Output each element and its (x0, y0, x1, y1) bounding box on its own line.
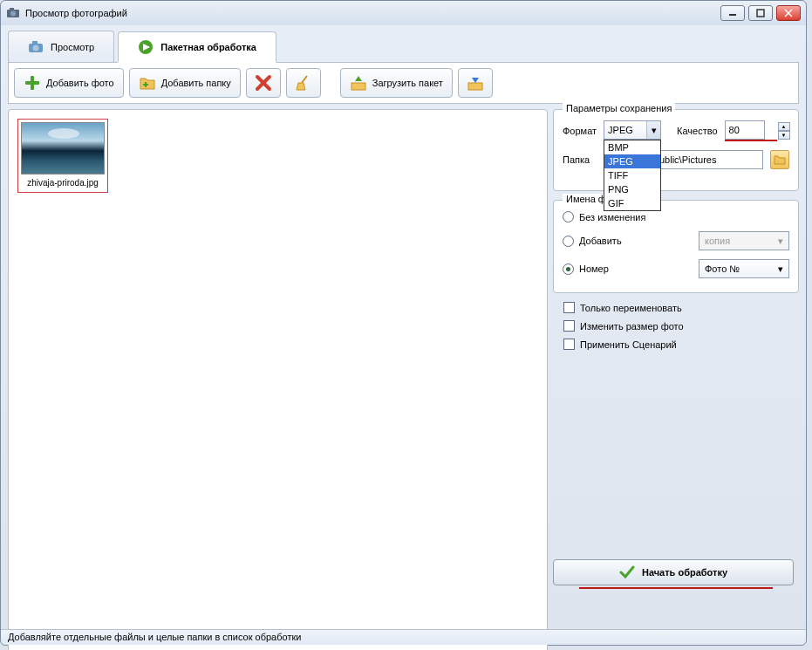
app-icon (6, 6, 20, 20)
format-opt-gif[interactable]: GIF (604, 196, 660, 210)
checkbox-rename-only[interactable] (563, 302, 575, 313)
format-value: JPEG (604, 125, 646, 135)
add-photo-button[interactable]: Добавить фото (14, 68, 124, 98)
template-select[interactable]: Фото № ▾ (699, 259, 789, 278)
svg-line-18 (302, 76, 307, 83)
svg-rect-2 (10, 8, 14, 10)
close-button[interactable] (776, 5, 801, 21)
filenames-group: Имена файлов Без изменения Добавить копи… (553, 200, 799, 293)
folder-plus-icon (139, 74, 156, 92)
svg-rect-9 (32, 41, 38, 44)
start-label: Начать обработку (642, 567, 727, 578)
format-opt-bmp[interactable]: BMP (604, 140, 660, 154)
red-underline (579, 587, 773, 589)
tab-bar: Просмотр Пакетная обработка (1, 25, 806, 62)
titlebar: Просмотр фотографий (1, 1, 806, 25)
svg-point-8 (33, 44, 39, 51)
thumbnail-image (21, 122, 105, 174)
plus-green-icon (24, 74, 41, 92)
add-label: Добавить (579, 236, 622, 246)
thumbnail-item[interactable]: zhivaja-priroda.jpg (17, 119, 108, 193)
window-title: Просмотр фотографий (25, 8, 720, 18)
maximize-button[interactable] (748, 5, 773, 21)
download-icon (467, 74, 484, 92)
rename-only-label: Только переименовать (580, 303, 682, 313)
format-opt-png[interactable]: PNG (604, 182, 660, 196)
delete-x-icon (255, 74, 272, 92)
spin-up-button[interactable]: ▲ (778, 122, 790, 131)
chevron-down-icon: ▾ (773, 260, 788, 277)
template-value: Фото № (705, 263, 740, 274)
svg-rect-4 (757, 10, 764, 17)
tab-batch-label: Пакетная обработка (160, 42, 256, 52)
svg-rect-21 (468, 83, 482, 90)
clear-button[interactable] (286, 68, 321, 98)
svg-marker-20 (355, 76, 362, 81)
file-list-pane[interactable]: zhivaja-priroda.jpg (8, 109, 548, 650)
svg-point-1 (10, 11, 16, 17)
radio-add[interactable] (563, 236, 574, 247)
folder-input[interactable]: ublic\Pictures (655, 150, 763, 169)
quality-input[interactable] (725, 120, 765, 140)
no-change-label: Без изменения (579, 212, 645, 222)
upload-icon (350, 74, 367, 92)
svg-rect-15 (143, 84, 148, 86)
quality-spinner[interactable]: ▲ ▼ (725, 120, 790, 141)
resize-label: Изменить размер фото (580, 321, 684, 332)
tab-view[interactable]: Просмотр (8, 31, 114, 62)
settings-pane: Параметры сохранения Формат JPEG ▾ BMP (553, 109, 799, 650)
add-photo-label: Добавить фото (46, 78, 114, 88)
chevron-down-icon: ▾ (646, 121, 660, 139)
radio-number[interactable] (563, 263, 574, 275)
download-button[interactable] (458, 68, 493, 98)
svg-rect-13 (25, 81, 39, 85)
start-processing-button[interactable]: Начать обработку (553, 559, 794, 585)
number-label: Номер (579, 263, 609, 274)
save-params-group: Параметры сохранения Формат JPEG ▾ BMP (553, 109, 799, 191)
radio-no-change[interactable] (563, 211, 574, 222)
checkbox-scenario[interactable] (563, 339, 575, 350)
upload-pack-button[interactable]: Загрузить пакет (340, 68, 453, 98)
svg-rect-19 (351, 83, 365, 90)
statusbar-text: Добавляйте отдельные файлы и целые папки… (8, 632, 301, 642)
thumbnail-filename: zhivaja-priroda.jpg (21, 178, 105, 189)
suffix-value: копия (705, 236, 730, 246)
scenario-label: Применить Сценарий (580, 339, 677, 350)
save-params-title: Параметры сохранения (563, 103, 675, 113)
format-dropdown[interactable]: BMP JPEG TIFF PNG GIF (604, 140, 661, 211)
format-opt-tiff[interactable]: TIFF (604, 168, 660, 182)
svg-marker-22 (472, 78, 479, 83)
add-folder-label: Добавить папку (161, 78, 231, 88)
toolbar: Добавить фото Добавить папку Загрузить п… (8, 62, 799, 104)
suffix-select[interactable]: копия ▾ (699, 231, 789, 250)
delete-button[interactable] (246, 68, 281, 98)
camera-icon (28, 39, 44, 55)
folder-icon (774, 154, 786, 166)
checkbox-resize[interactable] (563, 320, 575, 332)
upload-pack-label: Загрузить пакет (372, 78, 443, 88)
format-combo[interactable]: JPEG ▾ BMP JPEG TIFF PNG GIF (604, 120, 661, 141)
broom-icon (295, 74, 312, 92)
play-icon (138, 39, 154, 55)
quality-label: Качество (677, 126, 718, 136)
tab-view-label: Просмотр (51, 42, 94, 52)
format-opt-jpeg[interactable]: JPEG (604, 154, 660, 168)
tab-batch[interactable]: Пакетная обработка (118, 31, 276, 63)
statusbar: Добавляйте отдельные файлы и целые папки… (1, 629, 806, 645)
format-label: Формат (563, 126, 597, 136)
red-underline (725, 140, 777, 141)
minimize-button[interactable] (720, 5, 745, 21)
check-icon (619, 564, 635, 580)
folder-label: Папка (563, 154, 610, 165)
folder-value: ublic\Pictures (659, 154, 716, 165)
chevron-down-icon: ▾ (773, 232, 788, 250)
add-folder-button[interactable]: Добавить папку (129, 68, 241, 98)
spin-down-button[interactable]: ▼ (778, 131, 790, 140)
browse-folder-button[interactable] (770, 150, 789, 169)
